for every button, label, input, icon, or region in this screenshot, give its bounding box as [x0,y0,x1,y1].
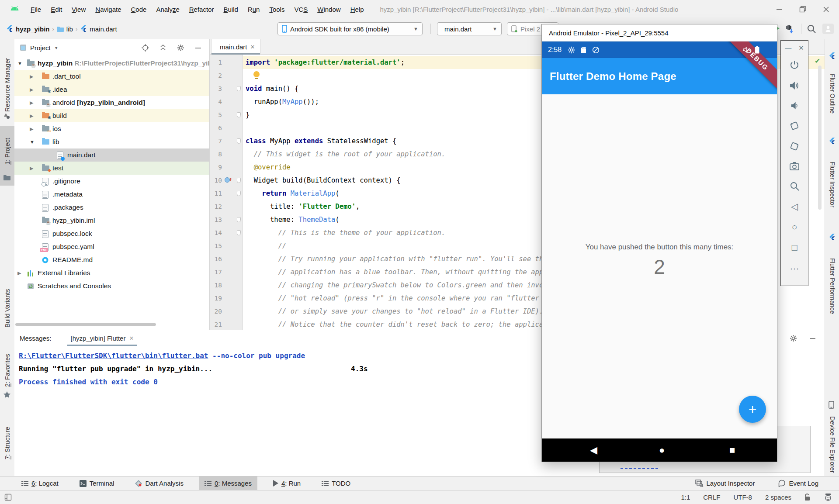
emulator-volume-up-button[interactable] [789,80,800,91]
close-window-icon[interactable] [823,6,829,13]
emulator-power-button[interactable] [789,60,800,70]
fold-marker-icon[interactable] [237,138,241,144]
fold-marker-icon[interactable] [237,86,241,91]
emulator-camera-button[interactable] [789,162,800,171]
chevron-down-icon[interactable]: ▼ [54,45,59,50]
toolbtn-event-log[interactable]: Event Log [773,476,824,490]
stripe-flutter-inspector[interactable]: Flutter Inspector [825,144,839,225]
toolbtn-dart-analysis[interactable]: Dart Analysis [129,476,189,490]
toolbtn-todo[interactable]: TODO [316,476,356,490]
fold-marker-icon[interactable] [237,191,241,196]
menu-item-view[interactable]: View [67,4,90,15]
tree-item-readme-md[interactable]: README.md [14,253,209,266]
status-widget[interactable]: CRLF [703,494,720,501]
tree-item--packages[interactable]: .packages [14,201,209,214]
menu-item-edit[interactable]: Edit [46,4,67,15]
nav-back-button[interactable]: ◀ [590,438,597,462]
emulator-volume-down-button[interactable] [790,101,799,110]
menu-item-analyze[interactable]: Analyze [151,4,184,15]
settings-gear-icon[interactable] [177,44,184,52]
stripe-structure[interactable]: 7: Structure [0,422,14,464]
avatar[interactable] [822,24,834,34]
tree-item-test[interactable]: ▶◆test [14,162,209,175]
emulator-zoom-button[interactable] [790,181,800,191]
emulator-more-button[interactable]: ··· [790,263,799,273]
menu-item-file[interactable]: File [26,4,46,15]
sdk-manager-icon[interactable] [785,24,794,34]
intention-bulb-icon[interactable] [253,71,260,77]
menu-item-navigate[interactable]: Navigate [90,4,126,15]
chevron-right-icon[interactable]: ▶ [30,100,33,106]
messages-tab-flutter[interactable]: [hyzp_yibin] Flutter ✕ [65,330,140,346]
toolbtn-layout-inspector[interactable]: Layout Inspector [690,476,761,490]
breadcrumb-item[interactable]: hyzp_yibin [16,25,50,33]
tree-item-external-libraries[interactable]: ▶External Libraries [14,266,209,280]
emulator-back-button[interactable]: ◁ [791,201,798,212]
stripe-project-active[interactable]: 1: Project [0,126,14,186]
structure-tool-icon[interactable] [3,113,10,119]
hide-panel-icon[interactable] [809,335,816,342]
tree-item-build[interactable]: ▶✱build [14,109,209,122]
chevron-down-icon[interactable]: ▼ [30,139,35,145]
fold-marker-icon[interactable] [237,178,241,183]
tab-main-dart[interactable]: main.dart ✕ [211,39,260,55]
minimize-window-icon[interactable] [776,6,783,13]
toolbtn-terminal[interactable]: Terminal [74,476,120,490]
tree-item-hyzp-yibin[interactable]: ▼☕hyzp_yibin R:\FlutterProject\FlutterPr… [14,57,209,70]
tree-item-lib[interactable]: ▼lib [14,135,209,148]
chevron-down-icon[interactable]: ▼ [17,61,22,66]
settings-gear-icon[interactable] [790,335,797,342]
fold-marker-icon[interactable] [237,217,241,222]
tree-item-pubspec-yaml[interactable]: YMLpubspec.yaml [14,240,209,253]
emulator-overview-button[interactable]: □ [792,242,797,253]
stripe-flutter-outline[interactable]: Flutter Outline [825,59,839,129]
tree-item-pubspec-lock[interactable]: pubspec.lock [14,227,209,240]
menu-item-tools[interactable]: Tools [264,4,289,15]
stripe-flutter-performance[interactable]: Flutter Performance [825,240,839,332]
emulator-rotate-left-button[interactable] [789,121,800,131]
menu-item-build[interactable]: Build [218,4,243,15]
editor-scrollbar[interactable] [818,66,822,210]
chevron-right-icon[interactable]: ▶ [30,166,33,171]
nav-overview-button[interactable]: ■ [729,438,735,462]
breadcrumb-item[interactable]: main.dart [90,25,117,33]
tree-item--dart-tool[interactable]: ▶.dart_tool [14,70,209,83]
menu-item-vcs[interactable]: VCS [289,4,312,15]
stripe-favorites[interactable]: 2: Favorites [0,350,14,390]
stripe-device-file-explorer[interactable]: Device File Explorer [825,408,839,480]
hide-panel-icon[interactable] [195,44,201,52]
breadcrumb-item[interactable]: lib [66,25,73,33]
chevron-right-icon[interactable]: ▶ [30,113,33,119]
chevron-right-icon[interactable]: ▶ [17,270,21,276]
run-config-dropdown[interactable]: main.dart ▼ [437,22,502,35]
console-link[interactable]: R:\Flutter\FlutterSDK\flutter\bin\flutte… [19,352,208,360]
tool-window-layout-icon[interactable] [4,494,12,501]
locate-file-icon[interactable] [142,44,149,52]
fab-increment-button[interactable]: + [739,396,766,423]
tree-item-ios[interactable]: ▶•••ios [14,122,209,135]
tree-item-scratches-and-consoles[interactable]: Scratches and Consoles [14,280,209,293]
status-widget[interactable]: 2 spaces [765,494,791,501]
hector-icon[interactable] [824,494,832,501]
toolbtn-4-run[interactable]: 4: Run [267,476,306,490]
menu-item-window[interactable]: Window [312,4,345,15]
search-everywhere-icon[interactable] [807,24,816,34]
fold-marker-icon[interactable] [237,230,241,235]
tree-item--metadata[interactable]: .metadata [14,188,209,201]
menu-item-code[interactable]: Code [126,4,152,15]
tree-item--gitignore[interactable]: .gitignore [14,175,209,188]
stripe-build-variants[interactable]: Build Variants [0,283,14,333]
chevron-right-icon[interactable]: ▶ [30,126,33,132]
tree-item--idea[interactable]: ▶✱.idea [14,83,209,96]
emulator-minimize-icon[interactable]: — [785,44,791,52]
horizontal-scrollbar[interactable] [15,323,156,326]
menu-item-refactor[interactable]: Refactor [184,4,219,15]
close-tab-icon[interactable]: ✕ [250,44,255,50]
toolbtn-6-logcat[interactable]: 6: Logcat [16,476,64,490]
lock-unlocked-icon[interactable] [804,494,811,501]
chevron-right-icon[interactable]: ▶ [30,87,33,93]
device-selector-dropdown[interactable]: Android SDK built for x86 (mobile) ▼ [277,22,423,35]
stripe-resource-manager[interactable]: Resource Manager [0,45,14,124]
close-tab-icon[interactable]: ✕ [129,335,134,342]
status-widget[interactable]: 1:1 [681,494,690,501]
